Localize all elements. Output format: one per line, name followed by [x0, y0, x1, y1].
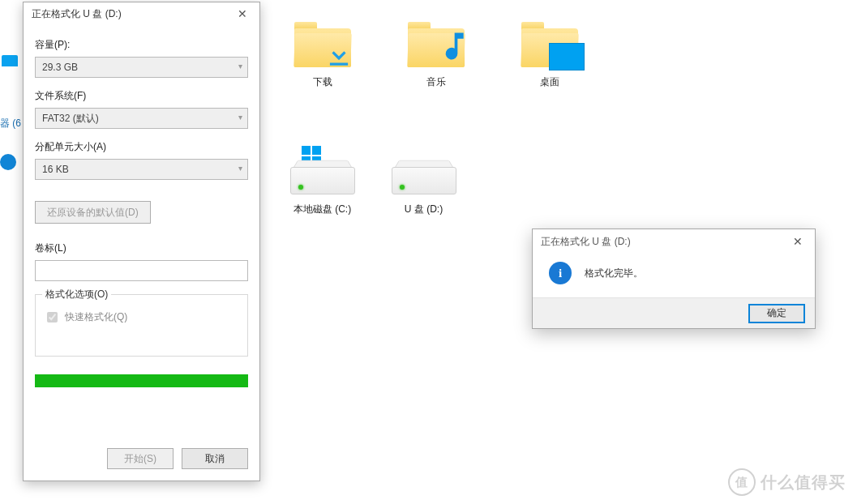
folder-icon: [521, 20, 578, 67]
this-pc-icon: [2, 55, 18, 66]
music-note-icon: [434, 28, 469, 70]
quick-format-input[interactable]: [47, 312, 58, 322]
drive-icon: [392, 146, 456, 194]
start-button[interactable]: 开始(S): [107, 448, 174, 469]
volume-label: 卷标(L): [35, 241, 248, 255]
download-arrow-icon: [324, 40, 354, 70]
volume-input[interactable]: [35, 260, 248, 281]
format-complete-messagebox: 正在格式化 U 盘 (D:) ✕ i 格式化完毕。 确定: [532, 229, 816, 329]
folder-label: 音乐: [426, 75, 446, 89]
format-progress-bar: [35, 374, 248, 387]
filesystem-value: FAT32 (默认): [42, 112, 99, 126]
watermark: 值 什么值得买: [728, 468, 846, 496]
format-dialog-titlebar[interactable]: 正在格式化 U 盘 (D:) ✕: [24, 2, 259, 25]
usb-drive-icon: [0, 154, 16, 170]
format-dialog: 正在格式化 U 盘 (D:) ✕ 容量(P): 29.3 GB ▾ 文件系统(F…: [23, 2, 260, 481]
messagebox-title: 正在格式化 U 盘 (D:): [541, 235, 786, 249]
drive-label: 本地磁盘 (C:): [294, 203, 351, 216]
messagebox-text: 格式化完毕。: [585, 267, 643, 280]
folder-icon: [294, 20, 351, 67]
folder-label: 桌面: [540, 75, 559, 89]
folder-music[interactable]: 音乐: [397, 20, 474, 89]
cancel-button[interactable]: 取消: [182, 448, 248, 469]
capacity-label: 容量(P):: [35, 38, 248, 52]
chevron-down-icon: ▾: [238, 164, 242, 173]
allocation-label: 分配单元大小(A): [35, 140, 248, 154]
quick-format-label: 快速格式化(Q): [65, 310, 127, 324]
chevron-down-icon: ▾: [238, 62, 242, 70]
folder-downloads[interactable]: 下载: [284, 20, 361, 89]
folder-label: 下载: [313, 75, 332, 89]
capacity-value: 29.3 GB: [42, 62, 78, 73]
folder-icon: [408, 20, 465, 67]
quick-format-checkbox[interactable]: 快速格式化(Q): [44, 310, 239, 325]
explorer-sidebar-fragment: 器 (6: [0, 0, 23, 219]
close-icon[interactable]: ✕: [786, 233, 810, 250]
chevron-down-icon: ▾: [238, 113, 242, 122]
watermark-text: 什么值得买: [761, 472, 846, 493]
desktop-rect-icon: [549, 43, 585, 70]
ok-button[interactable]: 确定: [748, 304, 805, 323]
allocation-select[interactable]: 16 KB ▾: [35, 159, 248, 180]
close-icon[interactable]: ✕: [230, 5, 255, 23]
drive-label: U 盘 (D:): [405, 203, 443, 216]
drive-local-c[interactable]: 本地磁盘 (C:): [284, 146, 361, 216]
info-icon: i: [549, 262, 572, 284]
drive-icon: [290, 146, 355, 194]
restore-defaults-button[interactable]: 还原设备的默认值(D): [35, 201, 151, 224]
sidebar-text: 器 (6: [0, 117, 21, 130]
messagebox-titlebar[interactable]: 正在格式化 U 盘 (D:) ✕: [533, 229, 815, 254]
filesystem-label: 文件系统(F): [35, 89, 248, 103]
format-dialog-title: 正在格式化 U 盘 (D:): [32, 7, 230, 21]
folder-desktop[interactable]: 桌面: [511, 20, 588, 89]
format-options-group: 格式化选项(O) 快速格式化(Q): [35, 294, 248, 357]
filesystem-select[interactable]: FAT32 (默认) ▾: [35, 108, 248, 129]
watermark-badge-icon: 值: [728, 468, 756, 496]
allocation-value: 16 KB: [42, 164, 69, 175]
format-options-legend: 格式化选项(O): [42, 288, 111, 301]
drive-usb-d[interactable]: U 盘 (D:): [385, 146, 462, 216]
capacity-select[interactable]: 29.3 GB ▾: [35, 57, 248, 78]
